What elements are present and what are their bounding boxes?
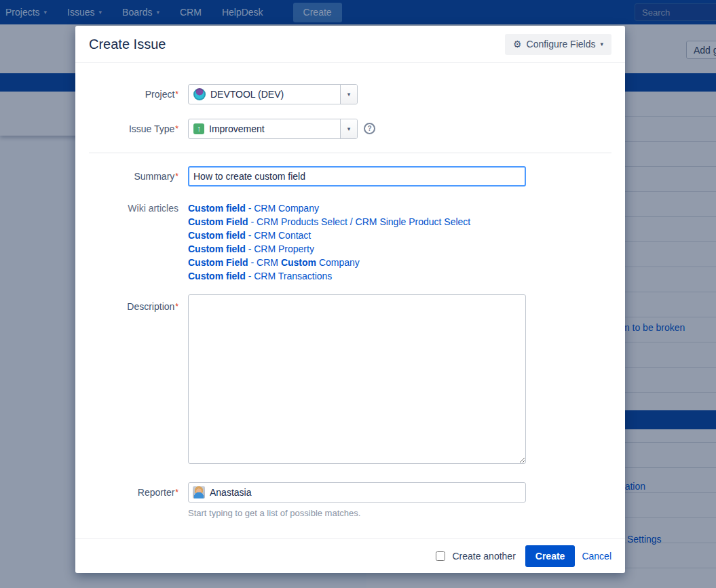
reporter-value: Anastasia <box>210 487 251 498</box>
wiki-article-link[interactable]: Custom field - CRM Company <box>188 201 470 215</box>
required-marker: * <box>175 90 178 99</box>
dialog-body: Project* DEVTOOL (DEV) ▾ Issue Type* ↑ I… <box>75 84 625 518</box>
summary-label: Summary* <box>89 166 188 187</box>
create-another-checkbox[interactable] <box>436 551 445 561</box>
reporter-label: Reporter* <box>89 482 188 503</box>
summary-field-row: Summary* <box>89 166 611 187</box>
project-select-dropdown-button[interactable]: ▾ <box>340 85 357 104</box>
form-divider <box>89 153 611 153</box>
required-marker: * <box>175 302 178 311</box>
help-icon[interactable]: ? <box>364 123 375 134</box>
reporter-hint: Start typing to get a list of possible m… <box>188 508 360 518</box>
dialog-header: Create Issue ⚙ Configure Fields ▾ <box>75 26 625 63</box>
description-field-row: Description* <box>89 294 611 464</box>
dialog-title: Create Issue <box>89 37 166 52</box>
issue-type-select[interactable]: ↑ Improvement ▾ <box>188 119 358 139</box>
cancel-link[interactable]: Cancel <box>582 551 611 562</box>
improvement-type-icon: ↑ <box>193 123 204 134</box>
required-marker: * <box>175 172 178 181</box>
configure-fields-button[interactable]: ⚙ Configure Fields ▾ <box>505 34 611 55</box>
reporter-field-row: Reporter* Anastasia <box>89 482 611 503</box>
issue-type-label: Issue Type* <box>89 119 188 139</box>
description-label: Description* <box>89 294 188 313</box>
summary-input[interactable] <box>188 166 526 187</box>
wiki-article-link[interactable]: Custom field - CRM Contact <box>188 229 470 242</box>
wiki-articles-list: Custom field - CRM CompanyCustom Field -… <box>188 201 470 283</box>
create-issue-dialog: Create Issue ⚙ Configure Fields ▾ Projec… <box>75 26 625 573</box>
reporter-avatar <box>193 486 205 498</box>
wiki-article-link[interactable]: Custom Field - CRM Products Select / CRM… <box>188 215 470 229</box>
gear-icon: ⚙ <box>513 39 522 49</box>
reporter-field[interactable]: Anastasia <box>188 482 526 503</box>
project-avatar-icon <box>193 88 206 100</box>
issue-type-select-value: ↑ Improvement <box>189 119 340 138</box>
create-another-label: Create another <box>452 551 515 562</box>
dialog-footer: Create another Create Cancel <box>75 538 625 573</box>
create-button[interactable]: Create <box>525 545 576 567</box>
project-select[interactable]: DEVTOOL (DEV) ▾ <box>188 84 358 104</box>
required-marker: * <box>175 488 178 497</box>
project-label: Project* <box>89 84 188 104</box>
wiki-article-link[interactable]: Custom Field - CRM Custom Company <box>188 256 470 269</box>
description-textarea[interactable] <box>188 294 526 464</box>
issue-type-field-row: Issue Type* ↑ Improvement ▾ ? <box>89 119 611 139</box>
required-marker: * <box>175 124 178 134</box>
reporter-hint-row: Start typing to get a list of possible m… <box>89 508 611 518</box>
wiki-article-link[interactable]: Custom field - CRM Property <box>188 242 470 256</box>
issue-type-select-dropdown-button[interactable]: ▾ <box>340 119 357 138</box>
project-select-value: DEVTOOL (DEV) <box>189 85 340 104</box>
wiki-article-link[interactable]: Custom field - CRM Transactions <box>188 269 470 283</box>
chevron-down-icon: ▾ <box>600 41 603 47</box>
caret-down-icon: ▾ <box>347 91 351 98</box>
wiki-articles-row: Wiki articles Custom field - CRM Company… <box>89 201 611 283</box>
caret-down-icon: ▾ <box>347 125 351 132</box>
wiki-articles-label: Wiki articles <box>89 201 188 215</box>
configure-fields-label: Configure Fields <box>527 39 596 50</box>
project-field-row: Project* DEVTOOL (DEV) ▾ <box>89 84 611 104</box>
